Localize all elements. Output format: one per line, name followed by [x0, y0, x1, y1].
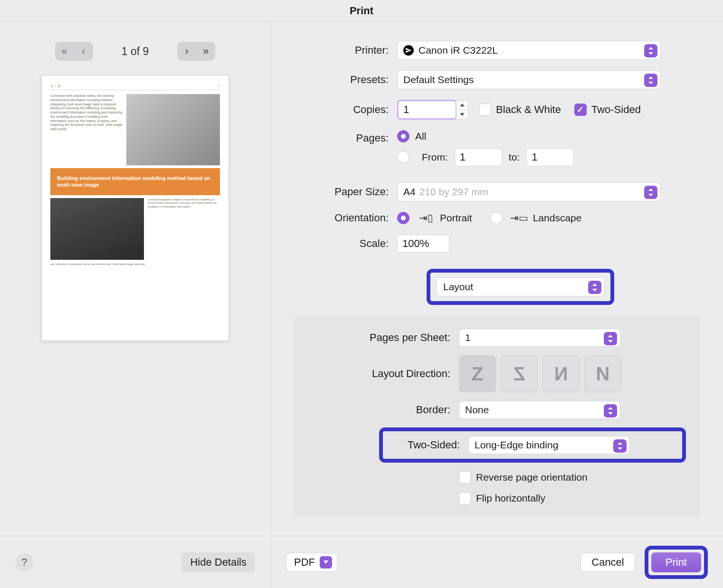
preview-pane: « ‹ 1 of 9 › » 第 1 章1 Combined with prac…: [0, 22, 271, 588]
landscape-icon: ⇥▭: [513, 212, 525, 224]
layout-subpanel: Pages per Sheet: 1 Layout Direction: Z Z…: [294, 315, 700, 518]
presets-select[interactable]: Default Settings: [397, 70, 661, 89]
thumb-hdr-right: 1: [218, 84, 220, 89]
pages-range-radio[interactable]: [397, 151, 409, 163]
next-page-group[interactable]: › »: [177, 42, 215, 61]
last-page-icon[interactable]: »: [196, 42, 215, 61]
print-highlight: Print: [645, 546, 708, 579]
chevron-updown-icon: [644, 74, 657, 87]
orientation-label: Orientation:: [294, 212, 389, 224]
layout-dir-n2[interactable]: N: [584, 355, 621, 392]
chevron-updown-icon: [613, 439, 627, 453]
layout-dir-label: Layout Direction:: [308, 368, 450, 380]
n-icon: И: [554, 363, 568, 385]
layout-dir-n1[interactable]: И: [542, 355, 580, 392]
flip-checkbox[interactable]: [459, 492, 471, 504]
chevron-down-icon: [320, 556, 332, 569]
landscape-label: Landscape: [533, 212, 582, 224]
portrait-radio[interactable]: [397, 212, 409, 224]
pages-to-label: to:: [509, 152, 520, 163]
chevron-updown-icon: [604, 404, 617, 417]
border-value: None: [465, 404, 489, 416]
twosided-label: Two-Sided: [591, 104, 641, 116]
chevron-updown-icon: [644, 44, 657, 57]
copies-input[interactable]: 1: [397, 100, 457, 120]
stepper-up-icon[interactable]: [456, 100, 468, 110]
stepper-down-icon[interactable]: [456, 110, 468, 120]
prev-page-icon[interactable]: ‹: [74, 42, 93, 61]
copies-stepper[interactable]: [456, 100, 468, 119]
thumb-caption: are collected; connection points are con…: [50, 263, 220, 266]
thumb-text2: ound photographic image ly improve the m…: [148, 198, 220, 260]
cancel-button[interactable]: Cancel: [580, 553, 635, 572]
thumb-hdr-left: 第 1 章: [50, 84, 61, 89]
z-icon: Z: [472, 363, 483, 385]
pages-all-label: All: [415, 131, 426, 142]
hide-details-button[interactable]: Hide Details: [181, 552, 255, 572]
paper-size-value: A4: [403, 186, 416, 198]
n-mirror-icon: N: [596, 363, 610, 385]
landscape-radio[interactable]: [490, 212, 503, 224]
pps-label: Pages per Sheet:: [308, 332, 450, 344]
print-button[interactable]: Print: [651, 552, 701, 572]
pdf-button[interactable]: PDF: [286, 553, 337, 572]
scale-label: Scale:: [294, 237, 389, 250]
thumb-image-1: [126, 94, 220, 165]
pages-all-radio[interactable]: [397, 130, 409, 142]
flip-label: Flip horizontally: [476, 493, 545, 504]
help-button[interactable]: ?: [15, 553, 33, 571]
chevron-updown-icon: [644, 186, 657, 199]
twosided-highlight: Two-Sided: Long-Edge binding: [379, 427, 686, 463]
border-select[interactable]: None: [459, 401, 620, 419]
window-title: Print: [0, 0, 723, 21]
section-highlight: Layout: [427, 269, 614, 305]
printer-label: Printer:: [294, 44, 389, 57]
prev-page-group[interactable]: « ‹: [55, 42, 93, 61]
pps-select[interactable]: 1: [459, 329, 620, 347]
copies-label: Copies:: [294, 104, 389, 116]
settings-pane: Printer: Canon iR C3222L Presets: Defaul…: [271, 22, 723, 588]
chevron-updown-icon: [604, 332, 617, 345]
next-page-icon[interactable]: ›: [177, 42, 196, 61]
printer-icon: [403, 45, 414, 56]
pps-value: 1: [465, 332, 471, 343]
layout-dir-z[interactable]: Z: [459, 355, 496, 392]
scale-input[interactable]: 100%: [397, 235, 449, 253]
reverse-checkbox[interactable]: [459, 471, 471, 484]
chevron-updown-icon: [588, 281, 601, 294]
layout-dir-s[interactable]: Z: [501, 355, 538, 392]
thumb-banner: Building environment information modelin…: [50, 168, 220, 195]
twosided-select[interactable]: Long-Edge binding: [468, 436, 630, 454]
border-label: Border:: [308, 404, 450, 416]
paper-size-label: Paper Size:: [294, 186, 389, 198]
reverse-label: Reverse page orientation: [476, 472, 588, 483]
printer-value: Canon iR C3222L: [419, 45, 655, 56]
pages-from-label: From:: [422, 152, 448, 163]
s-icon: Z: [514, 363, 525, 385]
bw-label: Black & White: [496, 104, 561, 116]
section-select[interactable]: Layout: [436, 277, 605, 296]
thumb-intro: Combined with practical cases, the build…: [50, 94, 123, 165]
pages-from-input[interactable]: 1: [455, 148, 502, 166]
page-thumbnail: 第 1 章1 Combined with practical cases, th…: [41, 75, 229, 341]
section-value: Layout: [443, 281, 473, 293]
twosided-value: Long-Edge binding: [475, 439, 558, 451]
footer: PDF Cancel Print: [271, 536, 723, 588]
paper-size-hint: 210 by 297 mm: [419, 186, 488, 198]
paper-size-select[interactable]: A4 210 by 297 mm: [397, 182, 661, 201]
twosided-checkbox[interactable]: [574, 104, 587, 116]
print-dialog: Print « ‹ 1 of 9 › » 第 1 章1 Combined wit…: [0, 0, 723, 588]
first-page-icon[interactable]: «: [55, 42, 74, 61]
thumb-image-2: [50, 198, 144, 260]
twosided-select-label: Two-Sided:: [389, 439, 460, 451]
pages-label: Pages:: [294, 130, 389, 144]
pages-to-input[interactable]: 1: [526, 148, 574, 166]
page-counter: 1 of 9: [122, 45, 149, 58]
bw-checkbox[interactable]: [479, 104, 491, 116]
printer-select[interactable]: Canon iR C3222L: [397, 41, 661, 60]
presets-label: Presets:: [294, 74, 389, 86]
pdf-label: PDF: [294, 556, 315, 569]
portrait-icon: ⇥▯: [420, 212, 432, 224]
portrait-label: Portrait: [440, 212, 472, 224]
presets-value: Default Settings: [403, 74, 655, 85]
